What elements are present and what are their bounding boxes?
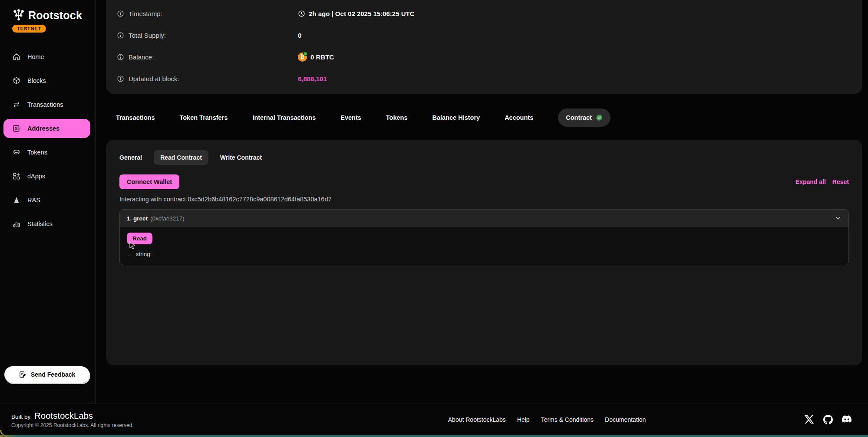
- sidebar-item-addresses[interactable]: Addresses: [3, 119, 90, 138]
- output-type-label: string:: [136, 251, 152, 257]
- contract-subtabs: General Read Contract Write Contract: [119, 150, 849, 165]
- wallet-row: Connect Wallet Expand all Reset: [119, 174, 849, 189]
- interacting-with-contract-text: Interacting with contract 0xc5d2b6b48162…: [119, 196, 849, 203]
- summary-row-timestamp: Timestamp: 2h ago | Oct 02 2025 15:06:25…: [117, 3, 851, 24]
- rootstock-logo-icon: [12, 9, 25, 22]
- transactions-icon: [12, 100, 21, 109]
- footer-links: About RootstockLabs Help Terms & Conditi…: [289, 416, 805, 423]
- x-twitter-icon[interactable]: [805, 415, 814, 424]
- sidebar-item-home[interactable]: Home: [3, 47, 90, 66]
- footer-link-terms[interactable]: Terms & Conditions: [541, 416, 594, 423]
- mouse-cursor: [129, 241, 137, 250]
- updated-block-link[interactable]: 6,886,101: [298, 75, 327, 82]
- tab-token-transfers[interactable]: Token Transfers: [179, 114, 228, 121]
- rbtc-symbol: ₿: [300, 54, 305, 60]
- tab-transactions[interactable]: Transactions: [116, 114, 155, 121]
- footer-brand-block: Built by RootstockLabs Copyright © 2025 …: [11, 411, 289, 428]
- sidebar-item-label: Statistics: [27, 220, 53, 227]
- summary-label: Updated at block:: [129, 75, 179, 82]
- tokens-icon: [12, 148, 21, 157]
- ras-icon: [12, 196, 21, 204]
- reset-link[interactable]: Reset: [832, 178, 849, 185]
- connect-wallet-button[interactable]: Connect Wallet: [119, 174, 179, 189]
- summary-row-balance: Balance: ₿ 0 RBTC: [117, 46, 851, 68]
- footer: Built by RootstockLabs Copyright © 2025 …: [0, 404, 868, 435]
- balance-value: 0 RBTC: [310, 53, 334, 61]
- subtab-read-contract[interactable]: Read Contract: [154, 150, 208, 165]
- top-zone: Rootstock TESTNET Home Blocks: [0, 0, 868, 404]
- subtab-write-contract[interactable]: Write Contract: [220, 150, 262, 165]
- bottom-accent-strip: [0, 435, 868, 437]
- tab-accounts[interactable]: Accounts: [505, 114, 533, 121]
- info-icon: [117, 32, 124, 39]
- sidebar-item-label: Blocks: [27, 77, 46, 84]
- method-accordion-body: Read ∟ string:: [120, 227, 848, 265]
- tab-contract[interactable]: Contract: [558, 108, 611, 127]
- tab-balance-history[interactable]: Balance History: [432, 114, 480, 121]
- expand-all-link[interactable]: Expand all: [795, 178, 826, 185]
- accordion-controls: Expand all Reset: [795, 178, 849, 185]
- sidebar-item-dapps[interactable]: dApps: [3, 167, 90, 186]
- info-icon: [117, 75, 124, 82]
- sidebar-item-statistics[interactable]: Statistics: [3, 214, 90, 233]
- branch-glyph: ∟: [127, 251, 132, 257]
- timestamp-value: 2h ago | Oct 02 2025 15:06:25 UTC: [309, 10, 414, 17]
- sidebar-item-tokens[interactable]: Tokens: [3, 143, 90, 162]
- rbtc-icon: ₿: [298, 53, 307, 62]
- page: Rootstock TESTNET Home Blocks: [0, 0, 868, 437]
- sidebar-item-label: Home: [27, 53, 44, 60]
- contract-panel: General Read Contract Write Contract Con…: [106, 140, 862, 365]
- send-feedback-button[interactable]: Send Feedback: [4, 366, 89, 383]
- sidebar-item-label: Tokens: [27, 149, 47, 156]
- addresses-icon: [12, 124, 21, 133]
- footer-link-about[interactable]: About RootstockLabs: [448, 416, 506, 423]
- footer-link-documentation[interactable]: Documentation: [605, 416, 646, 423]
- sidebar-item-transactions[interactable]: Transactions: [3, 95, 90, 114]
- main-content: Timestamp: 2h ago | Oct 02 2025 15:06:25…: [96, 0, 868, 404]
- rootstocklabs-wordmark[interactable]: RootstockLabs: [34, 411, 93, 421]
- copyright-text: Copyright © 2025 RootstockLabs. All righ…: [11, 422, 289, 428]
- verified-check-icon: [596, 114, 603, 121]
- summary-row-total-supply: Total Supply: 0: [117, 24, 851, 46]
- sidebar-item-blocks[interactable]: Blocks: [3, 71, 90, 90]
- discord-icon[interactable]: [842, 415, 851, 424]
- tab-events[interactable]: Events: [340, 114, 361, 121]
- sidebar-item-label: RAS: [27, 197, 40, 204]
- sidebar-item-label: Transactions: [27, 101, 63, 108]
- total-supply-value: 0: [298, 32, 301, 39]
- feedback-icon: [19, 371, 26, 378]
- sidebar-nav: Home Blocks Transactions: [0, 47, 95, 233]
- github-icon[interactable]: [823, 415, 833, 424]
- testnet-badge: TESTNET: [12, 25, 46, 33]
- chevron-down-icon[interactable]: [835, 215, 842, 222]
- summary-label: Timestamp:: [129, 10, 162, 17]
- home-icon: [12, 53, 21, 61]
- info-icon: [117, 53, 124, 61]
- brand-block: Rootstock TESTNET: [0, 0, 95, 33]
- sidebar-item-ras[interactable]: RAS: [3, 191, 90, 210]
- summary-label: Total Supply:: [129, 32, 166, 39]
- sidebar-item-label: dApps: [27, 173, 45, 180]
- address-tabs: Transactions Token Transfers Internal Tr…: [106, 107, 862, 128]
- subtab-general[interactable]: General: [119, 150, 142, 165]
- dapps-icon: [12, 172, 21, 181]
- method-accordion: 1. greet (0xcfae3217) Read ∟ string:: [119, 209, 849, 265]
- social-icons: [805, 415, 857, 424]
- send-feedback-label: Send Feedback: [31, 371, 76, 378]
- tab-internal-transactions[interactable]: Internal Transactions: [252, 114, 316, 121]
- info-icon: [117, 10, 124, 17]
- brand-name: Rootstock: [28, 9, 82, 22]
- tab-contract-label: Contract: [566, 114, 592, 121]
- method-name: 1. greet: [127, 215, 148, 222]
- sidebar: Rootstock TESTNET Home Blocks: [0, 0, 96, 404]
- statistics-icon: [12, 220, 21, 228]
- method-accordion-header[interactable]: 1. greet (0xcfae3217): [120, 210, 848, 227]
- blocks-icon: [12, 76, 21, 85]
- footer-link-help[interactable]: Help: [517, 416, 530, 423]
- summary-row-updated-block: Updated at block: 6,886,101: [117, 68, 851, 89]
- method-output: ∟ string:: [127, 251, 842, 257]
- address-summary-panel: Timestamp: 2h ago | Oct 02 2025 15:06:25…: [106, 0, 862, 94]
- brand-logo[interactable]: Rootstock: [12, 9, 95, 22]
- tab-tokens[interactable]: Tokens: [386, 114, 408, 121]
- sidebar-item-label: Addresses: [27, 125, 59, 132]
